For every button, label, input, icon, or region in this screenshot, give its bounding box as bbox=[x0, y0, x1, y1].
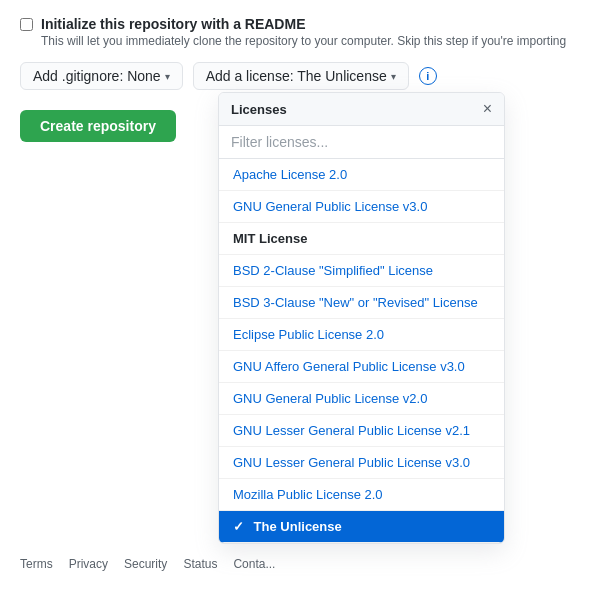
list-item[interactable]: Apache License 2.0 bbox=[219, 159, 504, 191]
readme-desc: This will let you immediately clone the … bbox=[41, 34, 566, 48]
list-item[interactable]: Eclipse Public License 2.0 bbox=[219, 319, 504, 351]
list-item[interactable]: MIT License bbox=[219, 223, 504, 255]
list-item[interactable]: GNU General Public License v3.0 bbox=[219, 191, 504, 223]
readme-section: Initialize this repository with a README… bbox=[20, 16, 571, 48]
gitignore-dropdown[interactable]: Add .gitignore: None ▾ bbox=[20, 62, 183, 90]
list-item[interactable]: BSD 3-Clause "New" or "Revised" License bbox=[219, 287, 504, 319]
info-icon[interactable]: i bbox=[419, 67, 437, 85]
footer: Terms Privacy Security Status Conta... bbox=[0, 557, 591, 571]
list-item[interactable]: GNU Lesser General Public License v3.0 bbox=[219, 447, 504, 479]
footer-contact[interactable]: Conta... bbox=[233, 557, 275, 571]
list-item[interactable]: GNU General Public License v2.0 bbox=[219, 383, 504, 415]
list-item[interactable]: BSD 2-Clause "Simplified" License bbox=[219, 255, 504, 287]
create-repository-button[interactable]: Create repository bbox=[20, 110, 176, 142]
readme-label: Initialize this repository with a README bbox=[41, 16, 566, 32]
gitignore-caret-icon: ▾ bbox=[165, 71, 170, 82]
check-icon: ✓ bbox=[233, 519, 244, 534]
footer-privacy[interactable]: Privacy bbox=[69, 557, 108, 571]
footer-status[interactable]: Status bbox=[183, 557, 217, 571]
list-item-selected[interactable]: ✓ The Unlicense bbox=[219, 511, 504, 543]
license-label: Add a license: The Unlicense bbox=[206, 68, 387, 84]
close-button[interactable]: × bbox=[483, 101, 492, 117]
filter-input[interactable] bbox=[219, 126, 504, 159]
list-item[interactable]: GNU Affero General Public License v3.0 bbox=[219, 351, 504, 383]
license-list: Apache License 2.0 GNU General Public Li… bbox=[219, 159, 504, 543]
readme-checkbox[interactable] bbox=[20, 18, 33, 31]
license-caret-icon: ▾ bbox=[391, 71, 396, 82]
licenses-header: Licenses × bbox=[219, 93, 504, 126]
list-item[interactable]: GNU Lesser General Public License v2.1 bbox=[219, 415, 504, 447]
gitignore-label: Add .gitignore: None bbox=[33, 68, 161, 84]
licenses-title: Licenses bbox=[231, 102, 287, 117]
footer-terms[interactable]: Terms bbox=[20, 557, 53, 571]
license-dropdown[interactable]: Add a license: The Unlicense ▾ bbox=[193, 62, 409, 90]
footer-security[interactable]: Security bbox=[124, 557, 167, 571]
list-item[interactable]: Mozilla Public License 2.0 bbox=[219, 479, 504, 511]
top-section: Initialize this repository with a README… bbox=[0, 0, 591, 90]
licenses-dropdown: Licenses × Apache License 2.0 GNU Genera… bbox=[218, 92, 505, 544]
buttons-row: Add .gitignore: None ▾ Add a license: Th… bbox=[20, 62, 571, 90]
page-wrapper: Initialize this repository with a README… bbox=[0, 0, 591, 601]
